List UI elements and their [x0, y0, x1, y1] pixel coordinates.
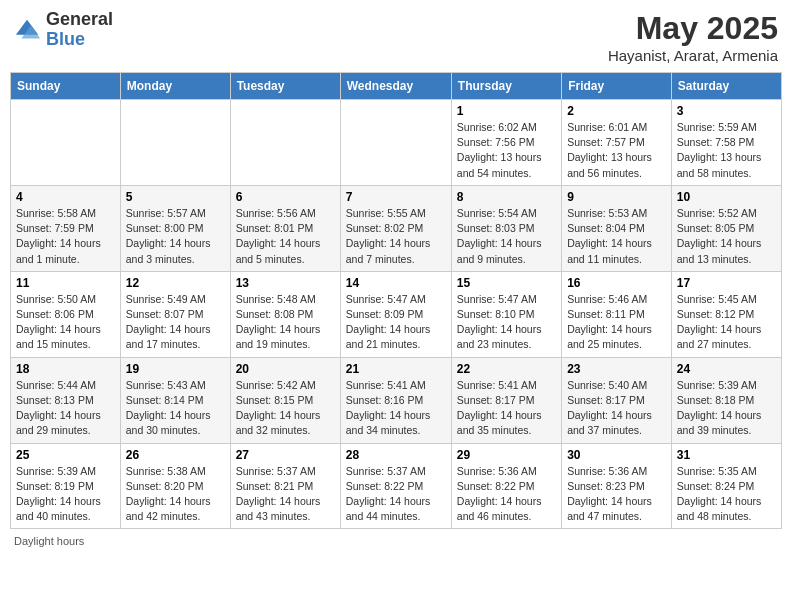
day-info: Sunrise: 5:56 AM Sunset: 8:01 PM Dayligh…: [236, 206, 335, 267]
calendar-cell: [230, 100, 340, 186]
calendar-week-row: 18Sunrise: 5:44 AM Sunset: 8:13 PM Dayli…: [11, 357, 782, 443]
calendar-cell: [340, 100, 451, 186]
day-info: Sunrise: 5:36 AM Sunset: 8:23 PM Dayligh…: [567, 464, 666, 525]
day-info: Sunrise: 5:35 AM Sunset: 8:24 PM Dayligh…: [677, 464, 776, 525]
day-number: 2: [567, 104, 666, 118]
calendar-cell: 24Sunrise: 5:39 AM Sunset: 8:18 PM Dayli…: [671, 357, 781, 443]
calendar-cell: 26Sunrise: 5:38 AM Sunset: 8:20 PM Dayli…: [120, 443, 230, 529]
day-number: 10: [677, 190, 776, 204]
day-info: Sunrise: 5:47 AM Sunset: 8:09 PM Dayligh…: [346, 292, 446, 353]
day-info: Sunrise: 5:54 AM Sunset: 8:03 PM Dayligh…: [457, 206, 556, 267]
day-info: Sunrise: 5:57 AM Sunset: 8:00 PM Dayligh…: [126, 206, 225, 267]
calendar-cell: 8Sunrise: 5:54 AM Sunset: 8:03 PM Daylig…: [451, 185, 561, 271]
calendar-cell: 13Sunrise: 5:48 AM Sunset: 8:08 PM Dayli…: [230, 271, 340, 357]
calendar-week-row: 25Sunrise: 5:39 AM Sunset: 8:19 PM Dayli…: [11, 443, 782, 529]
calendar-cell: 30Sunrise: 5:36 AM Sunset: 8:23 PM Dayli…: [562, 443, 672, 529]
day-info: Sunrise: 5:47 AM Sunset: 8:10 PM Dayligh…: [457, 292, 556, 353]
calendar-cell: 9Sunrise: 5:53 AM Sunset: 8:04 PM Daylig…: [562, 185, 672, 271]
calendar-table: SundayMondayTuesdayWednesdayThursdayFrid…: [10, 72, 782, 529]
day-of-week-header: Tuesday: [230, 73, 340, 100]
calendar-cell: 11Sunrise: 5:50 AM Sunset: 8:06 PM Dayli…: [11, 271, 121, 357]
calendar-cell: 20Sunrise: 5:42 AM Sunset: 8:15 PM Dayli…: [230, 357, 340, 443]
calendar-cell: 6Sunrise: 5:56 AM Sunset: 8:01 PM Daylig…: [230, 185, 340, 271]
calendar-cell: 25Sunrise: 5:39 AM Sunset: 8:19 PM Dayli…: [11, 443, 121, 529]
calendar-cell: 14Sunrise: 5:47 AM Sunset: 8:09 PM Dayli…: [340, 271, 451, 357]
calendar-cell: 4Sunrise: 5:58 AM Sunset: 7:59 PM Daylig…: [11, 185, 121, 271]
day-info: Sunrise: 5:39 AM Sunset: 8:18 PM Dayligh…: [677, 378, 776, 439]
day-info: Sunrise: 5:55 AM Sunset: 8:02 PM Dayligh…: [346, 206, 446, 267]
calendar-cell: 2Sunrise: 6:01 AM Sunset: 7:57 PM Daylig…: [562, 100, 672, 186]
calendar-header-row: SundayMondayTuesdayWednesdayThursdayFrid…: [11, 73, 782, 100]
day-number: 11: [16, 276, 115, 290]
day-number: 19: [126, 362, 225, 376]
calendar-cell: [120, 100, 230, 186]
day-number: 5: [126, 190, 225, 204]
day-of-week-header: Thursday: [451, 73, 561, 100]
calendar-cell: 18Sunrise: 5:44 AM Sunset: 8:13 PM Dayli…: [11, 357, 121, 443]
day-info: Sunrise: 5:52 AM Sunset: 8:05 PM Dayligh…: [677, 206, 776, 267]
calendar-cell: 15Sunrise: 5:47 AM Sunset: 8:10 PM Dayli…: [451, 271, 561, 357]
day-info: Sunrise: 5:50 AM Sunset: 8:06 PM Dayligh…: [16, 292, 115, 353]
day-info: Sunrise: 5:49 AM Sunset: 8:07 PM Dayligh…: [126, 292, 225, 353]
day-of-week-header: Friday: [562, 73, 672, 100]
day-number: 16: [567, 276, 666, 290]
calendar-cell: 22Sunrise: 5:41 AM Sunset: 8:17 PM Dayli…: [451, 357, 561, 443]
day-number: 7: [346, 190, 446, 204]
calendar-cell: 21Sunrise: 5:41 AM Sunset: 8:16 PM Dayli…: [340, 357, 451, 443]
logo-icon: [14, 16, 42, 44]
day-info: Sunrise: 5:53 AM Sunset: 8:04 PM Dayligh…: [567, 206, 666, 267]
logo-general-text: General: [46, 9, 113, 29]
calendar-cell: 19Sunrise: 5:43 AM Sunset: 8:14 PM Dayli…: [120, 357, 230, 443]
day-number: 30: [567, 448, 666, 462]
calendar-cell: 27Sunrise: 5:37 AM Sunset: 8:21 PM Dayli…: [230, 443, 340, 529]
day-number: 6: [236, 190, 335, 204]
calendar-cell: 29Sunrise: 5:36 AM Sunset: 8:22 PM Dayli…: [451, 443, 561, 529]
day-info: Sunrise: 5:37 AM Sunset: 8:22 PM Dayligh…: [346, 464, 446, 525]
day-info: Sunrise: 5:41 AM Sunset: 8:16 PM Dayligh…: [346, 378, 446, 439]
logo: General Blue: [14, 10, 113, 50]
day-info: Sunrise: 5:48 AM Sunset: 8:08 PM Dayligh…: [236, 292, 335, 353]
calendar-cell: 31Sunrise: 5:35 AM Sunset: 8:24 PM Dayli…: [671, 443, 781, 529]
day-number: 22: [457, 362, 556, 376]
calendar-cell: 12Sunrise: 5:49 AM Sunset: 8:07 PM Dayli…: [120, 271, 230, 357]
day-of-week-header: Monday: [120, 73, 230, 100]
day-number: 24: [677, 362, 776, 376]
calendar-week-row: 11Sunrise: 5:50 AM Sunset: 8:06 PM Dayli…: [11, 271, 782, 357]
day-number: 17: [677, 276, 776, 290]
day-number: 8: [457, 190, 556, 204]
day-info: Sunrise: 5:58 AM Sunset: 7:59 PM Dayligh…: [16, 206, 115, 267]
day-info: Sunrise: 6:01 AM Sunset: 7:57 PM Dayligh…: [567, 120, 666, 181]
day-number: 15: [457, 276, 556, 290]
logo-blue-text: Blue: [46, 29, 85, 49]
day-number: 20: [236, 362, 335, 376]
day-number: 29: [457, 448, 556, 462]
calendar-location: Hayanist, Ararat, Armenia: [608, 47, 778, 64]
calendar-cell: 23Sunrise: 5:40 AM Sunset: 8:17 PM Dayli…: [562, 357, 672, 443]
logo-text: General Blue: [46, 10, 113, 50]
calendar-title: May 2025: [608, 10, 778, 47]
day-of-week-header: Sunday: [11, 73, 121, 100]
day-number: 31: [677, 448, 776, 462]
calendar-cell: 5Sunrise: 5:57 AM Sunset: 8:00 PM Daylig…: [120, 185, 230, 271]
day-number: 4: [16, 190, 115, 204]
day-number: 21: [346, 362, 446, 376]
day-info: Sunrise: 5:41 AM Sunset: 8:17 PM Dayligh…: [457, 378, 556, 439]
day-info: Sunrise: 5:44 AM Sunset: 8:13 PM Dayligh…: [16, 378, 115, 439]
day-info: Sunrise: 5:38 AM Sunset: 8:20 PM Dayligh…: [126, 464, 225, 525]
day-number: 25: [16, 448, 115, 462]
calendar-footer: Daylight hours: [10, 535, 782, 547]
day-of-week-header: Saturday: [671, 73, 781, 100]
day-info: Sunrise: 5:46 AM Sunset: 8:11 PM Dayligh…: [567, 292, 666, 353]
calendar-cell: 3Sunrise: 5:59 AM Sunset: 7:58 PM Daylig…: [671, 100, 781, 186]
day-info: Sunrise: 5:37 AM Sunset: 8:21 PM Dayligh…: [236, 464, 335, 525]
day-number: 9: [567, 190, 666, 204]
day-number: 12: [126, 276, 225, 290]
calendar-week-row: 1Sunrise: 6:02 AM Sunset: 7:56 PM Daylig…: [11, 100, 782, 186]
calendar-cell: 28Sunrise: 5:37 AM Sunset: 8:22 PM Dayli…: [340, 443, 451, 529]
day-number: 13: [236, 276, 335, 290]
calendar-cell: 10Sunrise: 5:52 AM Sunset: 8:05 PM Dayli…: [671, 185, 781, 271]
day-number: 18: [16, 362, 115, 376]
day-number: 1: [457, 104, 556, 118]
day-number: 28: [346, 448, 446, 462]
day-info: Sunrise: 5:59 AM Sunset: 7:58 PM Dayligh…: [677, 120, 776, 181]
